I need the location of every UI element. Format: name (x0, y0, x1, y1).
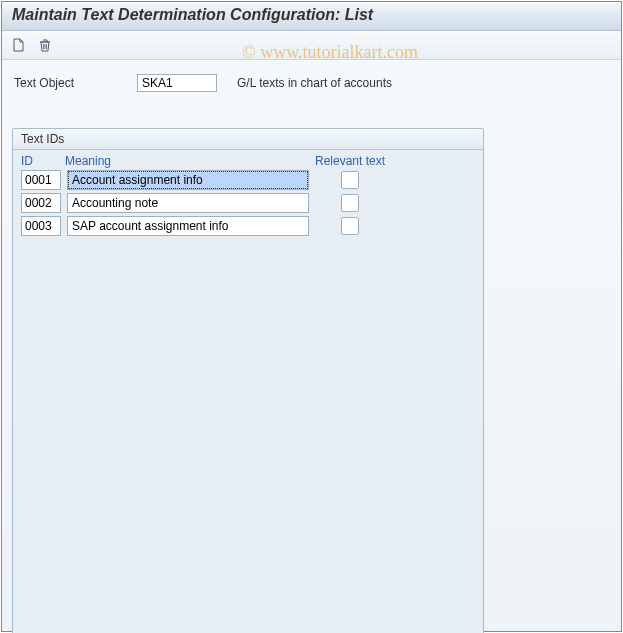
app-window: Maintain Text Determination Configuratio… (1, 1, 622, 632)
table-row (21, 193, 475, 213)
trash-icon (38, 38, 52, 52)
column-header-meaning: Meaning (61, 154, 311, 168)
window-title: Maintain Text Determination Configuratio… (12, 6, 373, 23)
row-meaning-input[interactable] (67, 170, 309, 190)
table-row (21, 216, 475, 236)
delete-button[interactable] (34, 35, 56, 55)
row-meaning-input[interactable] (67, 216, 309, 236)
row-meaning-input[interactable] (67, 193, 309, 213)
row-relevant-checkbox[interactable] (341, 194, 359, 212)
text-object-input[interactable] (137, 74, 217, 92)
panel-title: Text IDs (13, 129, 483, 150)
text-object-label: Text Object (12, 76, 137, 90)
row-id-input[interactable] (21, 216, 61, 236)
row-id-input[interactable] (21, 193, 61, 213)
toolbar (2, 31, 621, 60)
panel-body (13, 170, 483, 247)
new-button[interactable] (8, 35, 30, 55)
text-ids-panel: Text IDs ID Meaning Relevant text (12, 128, 484, 633)
panel-header: ID Meaning Relevant text (13, 150, 483, 170)
panel-wrap: Text IDs ID Meaning Relevant text (2, 100, 621, 633)
form-row: Text Object G/L texts in chart of accoun… (2, 60, 621, 100)
new-document-icon (12, 38, 26, 52)
row-relevant-checkbox[interactable] (341, 171, 359, 189)
column-header-id: ID (21, 154, 61, 168)
row-id-input[interactable] (21, 170, 61, 190)
column-header-relevant: Relevant text (311, 154, 441, 168)
title-bar: Maintain Text Determination Configuratio… (2, 2, 621, 31)
table-row (21, 170, 475, 190)
row-relevant-checkbox[interactable] (341, 217, 359, 235)
text-object-description: G/L texts in chart of accounts (217, 76, 392, 90)
